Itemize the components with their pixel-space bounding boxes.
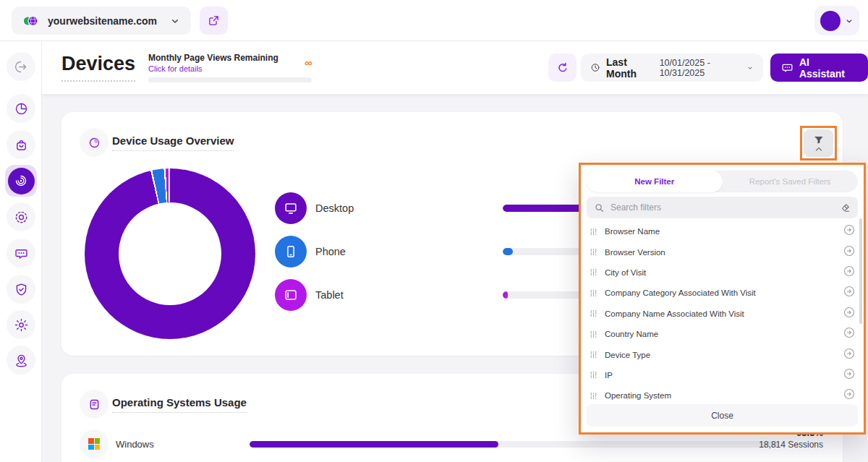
- legend-label: Phone: [315, 246, 431, 257]
- document-badge-icon: [88, 398, 101, 411]
- search-icon: [594, 202, 605, 213]
- legend-label: Desktop: [315, 202, 431, 214]
- os-label: Windows: [116, 439, 217, 450]
- sliders-icon: [589, 247, 598, 257]
- ai-assistant-button[interactable]: AI Assistant: [770, 54, 868, 82]
- sidebar-item-privacy[interactable]: [7, 275, 35, 304]
- filter-row[interactable]: Browser Name: [587, 221, 858, 241]
- filter-list: Browser Name Browser Version City of Vis…: [587, 221, 858, 406]
- period-range: 10/01/2025 - 10/31/2025: [660, 58, 741, 78]
- ai-assistant-label: AI Assistant: [799, 56, 857, 80]
- page-header: Devices Monthly Page Views Remaining Cli…: [42, 41, 868, 94]
- clock-icon: [590, 61, 600, 74]
- page-title: Devices: [61, 53, 135, 82]
- windows-logo-icon: [80, 429, 109, 458]
- avatar: [820, 11, 841, 31]
- funnel-icon: [813, 134, 825, 146]
- os-bar-windows: [250, 441, 778, 448]
- sliders-icon: [589, 309, 598, 318]
- filter-row[interactable]: Browser Version: [587, 241, 858, 262]
- tab-new-filter[interactable]: New Filter: [587, 171, 723, 192]
- desktop-icon: [275, 192, 307, 224]
- period-label: Last Month: [606, 56, 651, 80]
- filter-row[interactable]: Company Name Associated With Visit: [587, 304, 858, 324]
- chat-icon: [781, 61, 793, 74]
- arrow-right-circle-icon[interactable]: [843, 326, 856, 342]
- arrow-right-circle-icon[interactable]: [843, 285, 856, 301]
- search-input[interactable]: [610, 202, 834, 213]
- website-name: yourwebsitename.com: [48, 15, 162, 27]
- external-link-icon: [208, 14, 220, 27]
- sidebar-item-ecommerce[interactable]: [7, 130, 35, 159]
- filter-row[interactable]: Device Type: [587, 344, 858, 364]
- arrow-right-circle-icon[interactable]: [843, 306, 856, 322]
- filter-row[interactable]: Company Category Associated With Visit: [587, 283, 858, 303]
- pie-chart-icon: [14, 101, 29, 116]
- filter-label: Company Name Associated With Visit: [605, 309, 836, 318]
- chat-feedback-icon: [14, 246, 29, 261]
- filter-panel: New Filter Report's Saved Filters Browse…: [579, 163, 866, 435]
- arrow-right-circle-icon[interactable]: [843, 223, 856, 239]
- location-pin-icon: [14, 353, 29, 368]
- filter-label: Operating System: [605, 391, 836, 400]
- card-badge: [80, 128, 109, 157]
- sliders-icon: [589, 350, 598, 359]
- chevron-down-icon: [169, 15, 181, 27]
- card-title: Device Usage Overview: [112, 134, 234, 151]
- sliders-icon: [589, 391, 598, 401]
- filter-row[interactable]: IP: [587, 365, 858, 385]
- filter-search: [587, 197, 858, 218]
- donut-hole: [119, 202, 221, 305]
- refresh-button[interactable]: [548, 54, 576, 82]
- filter-row[interactable]: City of Visit: [587, 262, 858, 283]
- collapse-arrow-icon: [14, 59, 29, 74]
- sidebar-item-recordings[interactable]: [7, 202, 35, 231]
- tab-saved-filters[interactable]: Report's Saved Filters: [723, 171, 859, 192]
- filter-tabs: New Filter Report's Saved Filters: [587, 171, 858, 192]
- date-range-selector[interactable]: Last Month 10/01/2025 - 10/31/2025: [581, 54, 763, 82]
- chevron-down-icon: [746, 64, 754, 72]
- close-button[interactable]: Close: [587, 404, 858, 427]
- scrollbar-thumb[interactable]: [859, 218, 862, 324]
- quota-progress-bar: [148, 77, 312, 82]
- sidebar-item-settings[interactable]: [7, 310, 35, 339]
- eraser-icon: [840, 202, 851, 213]
- pie-badge-icon: [88, 136, 101, 150]
- card-badge: [80, 390, 109, 419]
- arrow-right-circle-icon[interactable]: [843, 388, 856, 403]
- arrow-right-circle-icon[interactable]: [843, 265, 856, 281]
- sidebar-item-feedback[interactable]: [7, 239, 35, 268]
- sidebar-item-dashboard[interactable]: [7, 94, 35, 123]
- legend-label: Tablet: [315, 289, 431, 301]
- arrow-right-circle-icon[interactable]: [843, 347, 856, 363]
- filter-row[interactable]: Operating System: [587, 385, 858, 406]
- filter-label: Browser Version: [605, 248, 836, 257]
- gear-icon: [14, 317, 29, 333]
- shield-check-icon: [14, 282, 29, 297]
- website-selector[interactable]: yourwebsitename.com: [12, 7, 191, 35]
- quota-details-link[interactable]: Click for details: [148, 64, 203, 73]
- globe-icon: [22, 12, 41, 30]
- sidebar-item-collapse[interactable]: [7, 52, 35, 81]
- sliders-icon: [589, 227, 598, 236]
- sidebar-nav: [0, 41, 42, 462]
- sliders-icon: [589, 370, 598, 380]
- sliders-icon: [589, 330, 598, 339]
- filter-label: City of Visit: [605, 268, 836, 277]
- infinity-icon: ∞: [305, 56, 312, 69]
- sidebar-item-locations[interactable]: [7, 346, 35, 375]
- sliders-icon: [589, 288, 598, 298]
- arrow-right-circle-icon[interactable]: [843, 244, 856, 260]
- card-title: Operating Systems Usage: [112, 396, 247, 413]
- shopping-bag-icon: [14, 137, 29, 153]
- sidebar-item-devices-active[interactable]: [5, 165, 37, 197]
- filter-label: Country Name: [605, 330, 836, 338]
- account-menu[interactable]: [814, 6, 859, 35]
- sliders-icon: [589, 268, 598, 277]
- refresh-icon: [556, 61, 569, 74]
- arrow-right-circle-icon[interactable]: [843, 367, 856, 383]
- filter-label: Browser Name: [605, 227, 836, 236]
- filter-row[interactable]: Country Name: [587, 324, 858, 344]
- filter-button[interactable]: [804, 129, 833, 157]
- open-website-button[interactable]: [200, 7, 228, 35]
